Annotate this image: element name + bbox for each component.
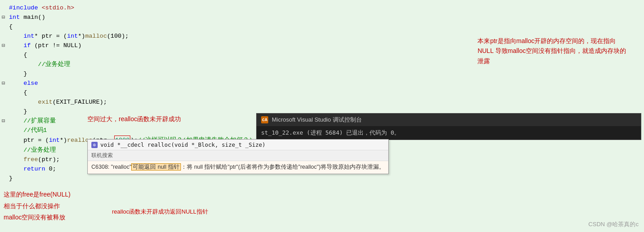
warning-text-prefix: C6308: "realloc" — [91, 164, 131, 170]
code-line-brace1: { — [0, 22, 644, 32]
annotation-realloc-null: realloc函数未开辟成功返回NULL指针 — [112, 207, 208, 216]
intellisense-sig-text: void *__cdecl realloc(void *_Block, size… — [100, 141, 266, 148]
brace5: } — [9, 107, 27, 117]
warning-suffix: (后者将作为参数传递给"realloc")将导致原始内存块泄漏。 — [238, 164, 385, 170]
if-cond: (ptr != NULL) — [31, 41, 82, 51]
annotation-equal-nothing: 相当于什么都没操作 — [4, 201, 70, 212]
exit-spaces — [9, 98, 38, 107]
brace2: { — [9, 51, 27, 60]
annotation-space-large: 空间过大，realloc函数未开辟成功 — [87, 114, 181, 124]
line-indicator-else: ⊟ — [2, 79, 8, 88]
brace3: } — [9, 70, 27, 79]
vs-titlebar: cA Microsoft Visual Studio 调试控制台 — [257, 114, 641, 126]
annotation-realloc-text: realloc函数未开辟成功返回NULL指针 — [112, 208, 208, 215]
intellisense-warning: C6308: "realloc"可能返回 null 指针：将 null 指针赋给… — [88, 161, 388, 174]
realloc-func-pre: *) — [60, 136, 67, 145]
free-func: free — [23, 155, 38, 165]
intellisense-signature: ⊕ void *__cdecl realloc(void *_Block, si… — [88, 140, 388, 150]
watermark-text: CSDN @哈茶真的c — [588, 221, 639, 228]
keyword-int: int — [9, 13, 20, 22]
intellisense-func-icon: ⊕ — [91, 142, 98, 148]
code-line-brace-close: } — [0, 174, 644, 184]
intellisense-search-label: 联机搜索 — [91, 152, 113, 158]
comment-expand: //扩展容量 — [9, 117, 56, 126]
warning-middle: ：将 — [181, 164, 194, 170]
line-indicator-main: ⊟ — [2, 13, 8, 22]
if-spaces — [9, 41, 23, 51]
ptr-malloc: *) — [78, 32, 85, 41]
annotation-ptr-line2: NULL 导致malloc空间没有指针指向，就造成内存块的 — [477, 46, 626, 56]
vs-title: Microsoft Visual Studio 调试控制台 — [272, 116, 362, 124]
vs-icon: cA — [261, 116, 268, 123]
free-args: (ptr); — [38, 155, 60, 165]
return-keyword: return — [23, 165, 45, 174]
vs-content-text: st_10_22.exe (进程 5684) 已退出，代码为 0。 — [261, 129, 400, 136]
annotation-ptr-line3: 泄露 — [477, 56, 626, 66]
line-indicator-expand: ⊟ — [2, 117, 8, 126]
warning-null-ptr: null 指针赋给"ptr" — [194, 164, 238, 170]
line-indicator-if: ⊟ — [2, 42, 8, 50]
annotation-ptr-null: 本来ptr是指向malloc开辟的内存空间的，现在指向 NULL 导致mallo… — [477, 36, 626, 66]
bottom-annotations: 这里的free是free(NULL) 相当于什么都没操作 malloc空间没有被… — [4, 189, 70, 223]
intellisense-search[interactable]: 联机搜索 — [88, 150, 388, 161]
comment-business2: //业务处理 — [9, 146, 56, 155]
main-container: #include <stdio.h> ⊟ int main() { int* p… — [0, 0, 644, 232]
comment-business1: //业务处理 — [9, 60, 70, 70]
warning-highlight-span: 可能返回 null 指针 — [131, 163, 180, 171]
code-line-else: ⊟ else — [0, 79, 644, 88]
ptr-decl — [9, 32, 23, 41]
code-line-brace4: { — [0, 88, 644, 98]
code-line-exit: exit(EXIT_FAILURE); — [0, 98, 644, 107]
annotation-space-text: 空间过大，realloc函数未开辟成功 — [87, 115, 181, 123]
code-line-brace3: } — [0, 70, 644, 79]
brace-close: } — [9, 174, 13, 184]
exit-func: exit — [38, 98, 52, 107]
free-spaces — [9, 155, 23, 165]
code-line-main: ⊟ int main() — [0, 13, 644, 22]
brace4: { — [9, 88, 27, 98]
else-spaces — [9, 79, 23, 88]
int-keyword: int — [23, 32, 34, 41]
include-header: <stdio.h> — [42, 4, 74, 13]
ptr-text: * ptr = ( — [34, 32, 67, 41]
code-line-include: #include <stdio.h> — [0, 4, 644, 13]
comment-code1: //代码1 — [9, 126, 47, 136]
int-cast: int — [67, 32, 78, 41]
csdn-watermark: CSDN @哈茶真的c — [588, 220, 639, 228]
realloc-spaces: ptr = ( — [9, 136, 49, 145]
return-spaces — [9, 165, 23, 174]
intellisense-popup: ⊕ void *__cdecl realloc(void *_Block, si… — [87, 139, 389, 174]
annotation-free-null: 这里的free是free(NULL) — [4, 189, 70, 200]
annotation-ptr-line1: 本来ptr是指向malloc开辟的内存空间的，现在指向 — [477, 36, 626, 46]
vs-icon-text: cA — [262, 118, 267, 123]
main-text: main() — [20, 13, 45, 22]
int-cast2: int — [49, 136, 60, 145]
annotation-malloc-not-freed: malloc空间没有被释放 — [4, 212, 70, 223]
else-keyword: else — [23, 79, 38, 88]
if-keyword: if — [23, 41, 30, 51]
vs-debug-window: cA Microsoft Visual Studio 调试控制台 st_10_2… — [256, 113, 641, 140]
vs-content: st_10_22.exe (进程 5684) 已退出，代码为 0。 — [257, 126, 641, 140]
include-keyword: #include — [9, 4, 42, 13]
ptr-end: (100); — [107, 32, 129, 41]
malloc-func: malloc — [85, 32, 107, 41]
exit-arg: (EXIT_FAILURE); — [52, 98, 107, 107]
return-val: 0; — [45, 165, 56, 174]
brace-open: { — [9, 22, 13, 32]
